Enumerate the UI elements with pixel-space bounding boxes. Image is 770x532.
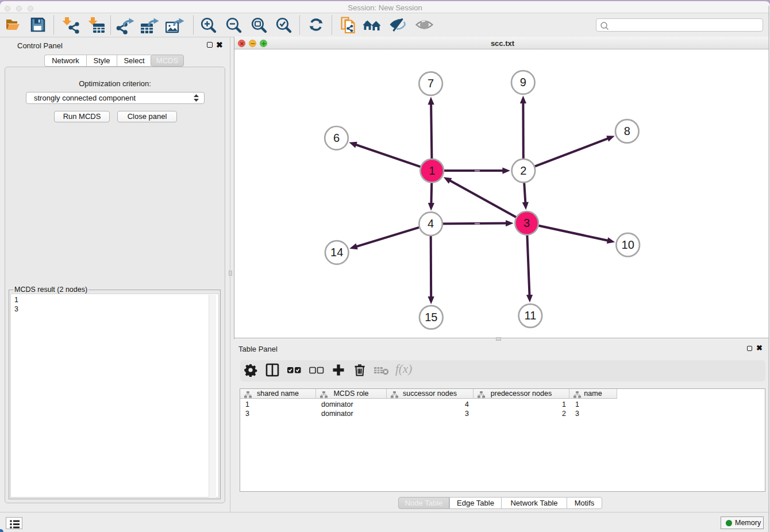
svg-text:6: 6 [333,132,340,144]
svg-text:14: 14 [330,246,343,259]
svg-text:11: 11 [525,309,537,322]
svg-text:4: 4 [428,217,434,230]
svg-text:8: 8 [624,125,630,137]
svg-text:10: 10 [622,238,634,251]
svg-text:7: 7 [428,77,434,90]
svg-text:1: 1 [429,164,435,177]
svg-text:15: 15 [425,311,437,323]
svg-text:3: 3 [523,217,530,229]
svg-text:9: 9 [520,76,526,88]
svg-text:2: 2 [520,164,526,177]
